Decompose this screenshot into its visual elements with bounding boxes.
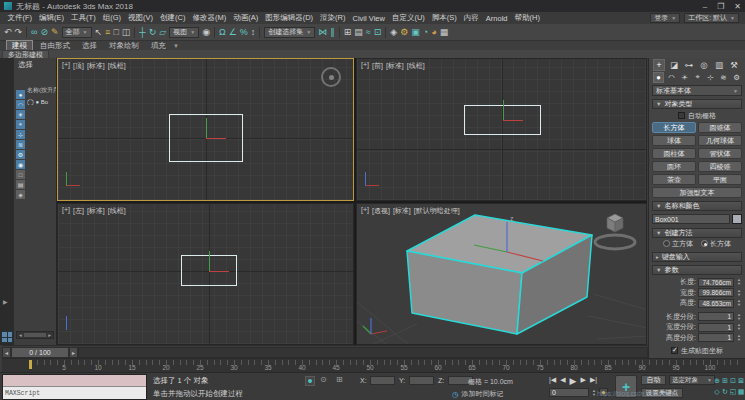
menu-graph-editors[interactable]: 图形编辑器(D) (262, 13, 317, 23)
next-frame-icon[interactable]: ▶ (581, 376, 586, 386)
box-button[interactable]: 长方体 (652, 122, 696, 133)
explorer-h-scrollbar[interactable]: ◂ ▸ (16, 331, 54, 339)
viewport-perspective[interactable]: [+] [透视] [标准] [默认明暗处理] (356, 203, 647, 345)
toggle-ribbon-icon[interactable]: ▤ (354, 28, 363, 37)
select-by-name-icon[interactable]: ≡ (105, 28, 110, 37)
y-coordinate-field[interactable] (409, 376, 434, 385)
menu-scripting[interactable]: 脚本(S) (428, 13, 460, 23)
menu-civil-view[interactable]: Civil View (349, 14, 388, 23)
scroll-right-icon[interactable]: ▸ (48, 332, 51, 338)
hierarchy-tab-icon[interactable]: ⊶ (683, 60, 695, 70)
rollout-creation-method[interactable]: ▼ 创建方法 (652, 228, 742, 238)
maxscript-listener-line[interactable]: MAXScript (3, 387, 146, 399)
window-layout-icon[interactable]: ▦ (440, 28, 449, 37)
cameras-category-icon[interactable]: ⌖ (692, 72, 703, 82)
length-segs-input[interactable]: 1 (698, 312, 734, 321)
textplus-button[interactable]: 加强型文本 (652, 187, 742, 198)
transform-typein-icon[interactable]: ⊞ (336, 375, 343, 384)
maximize-viewport-icon[interactable]: ◱ (729, 386, 737, 397)
rectangular-selection-region-icon[interactable]: □ (113, 28, 118, 37)
menu-customize[interactable]: 自定义(U) (388, 13, 428, 23)
box-geometry[interactable] (407, 215, 592, 334)
viewcube-icon[interactable] (595, 214, 635, 249)
teapot-button[interactable]: 茶壶 (652, 174, 696, 185)
filter-bones-icon[interactable]: ◉ (16, 160, 25, 169)
scrollbar-thumb[interactable] (24, 333, 46, 337)
viewport-top[interactable]: [+] [顶] [标准] [线框] (57, 58, 354, 201)
isolate-selection-icon[interactable] (305, 376, 315, 386)
spinner-icon[interactable]: ▲▼ (736, 299, 742, 308)
primitive-category-dropdown[interactable]: 标准基本体 ▼ (652, 85, 742, 96)
zoom-extents-icon[interactable]: ⊡ (729, 375, 737, 386)
window-crossing-icon[interactable]: ◫ (122, 28, 131, 37)
spinner-icon[interactable]: ▲▼ (736, 288, 742, 297)
filter-containers-icon[interactable]: □ (16, 170, 25, 179)
viewport-pov-label[interactable]: [透视] (372, 206, 390, 216)
generate-mapping-coords-checkbox[interactable] (671, 347, 678, 354)
filter-selection-icon[interactable]: ◈ (16, 190, 25, 199)
orbit-icon[interactable]: ↻ (721, 386, 729, 397)
viewport-menu-plus[interactable]: [+] (361, 61, 369, 71)
width-input[interactable]: 99.866cm (698, 288, 734, 297)
cone-button[interactable]: 圆锥体 (698, 122, 742, 133)
time-slider-handle[interactable]: 0 / 100 (11, 347, 69, 358)
current-frame-marker[interactable] (29, 360, 32, 369)
angle-snap-icon[interactable]: ∠ (229, 28, 237, 37)
render-production-icon[interactable]: ◕ (431, 28, 436, 37)
menu-tools[interactable]: 工具(T) (68, 13, 100, 23)
gizmo-x-axis[interactable] (209, 271, 229, 272)
motion-tab-icon[interactable]: ◎ (698, 60, 710, 70)
geometry-category-icon[interactable]: ● (653, 72, 664, 83)
spacewarps-category-icon[interactable]: ≋ (718, 73, 729, 82)
viewport-shading-label[interactable]: [线框] (108, 61, 126, 71)
helpers-category-icon[interactable]: ⊹ (705, 73, 716, 82)
spinner-icon[interactable]: ▲▼ (736, 312, 742, 321)
viewport-standard-label[interactable]: [标准] (393, 206, 411, 216)
viewport-front[interactable]: [+] [前] [标准] [线框] (356, 58, 647, 201)
maxscript-mini-listener[interactable]: MAXScript (2, 374, 147, 400)
cylinder-button[interactable]: 圆柱体 (652, 148, 696, 159)
object-color-swatch[interactable] (732, 214, 742, 224)
use-pivot-center-icon[interactable]: ◉ (202, 28, 210, 37)
set-keys-button[interactable]: + (615, 375, 637, 398)
next-frame-icon[interactable]: ▸ (69, 347, 78, 358)
key-mode-icon[interactable] (599, 388, 608, 397)
spinner-icon[interactable]: ▲▼ (591, 388, 597, 397)
material-editor-icon[interactable]: ◈ (390, 28, 397, 37)
ribbon-tab-object-paint[interactable]: 对象绘制 (104, 41, 144, 51)
curve-editor-icon[interactable]: ≈ (366, 28, 371, 37)
track-bar[interactable]: 5 10 15 20 25 30 35 40 45 50 55 60 65 70… (2, 358, 745, 372)
viewport-menu-plus[interactable]: [+] (62, 206, 70, 216)
rollout-name-color[interactable]: ▼ 名称和颜色 (652, 201, 742, 211)
menu-group[interactable]: 组(G) (99, 13, 124, 23)
utilities-tab-icon[interactable]: ⚒ (728, 60, 740, 70)
viewport-shading-label[interactable]: [默认明暗处理] (414, 206, 460, 216)
unlink-selection-icon[interactable]: ⊘ (41, 28, 49, 37)
gizmo-y-axis[interactable] (206, 118, 207, 138)
minimize-button[interactable]: – (703, 2, 707, 11)
pyramid-button[interactable]: 四棱锥 (698, 161, 742, 172)
named-selection-sets-dropdown[interactable]: 创建选择集 ▼ (264, 27, 315, 38)
viewport-standard-label[interactable]: [标准] (87, 61, 105, 71)
scroll-left-icon[interactable]: ◂ (19, 332, 22, 338)
previous-frame-icon[interactable]: ◂ (2, 347, 11, 358)
gizmo-y-axis[interactable] (209, 251, 210, 271)
spinner-icon[interactable]: ▲▼ (736, 278, 742, 287)
sphere-button[interactable]: 球体 (652, 135, 696, 146)
zoom-all-icon[interactable]: ⊞ (721, 375, 729, 386)
menu-edit[interactable]: 编辑(E) (36, 13, 68, 23)
layout-grid-icon[interactable]: ▦ (737, 386, 745, 397)
render-iterative-icon[interactable]: ◔ (423, 28, 428, 37)
selection-lock-icon[interactable]: ⊙ (320, 375, 327, 384)
viewport-menu-plus[interactable]: [+] (361, 206, 369, 216)
viewport-shading-label[interactable]: [线框] (108, 206, 126, 216)
filter-materials-icon[interactable]: ▤ (16, 180, 25, 189)
shapes-category-icon[interactable]: ◠ (666, 73, 677, 82)
filter-geometry-icon[interactable]: ● (16, 90, 25, 99)
gizmo-y-axis[interactable] (503, 100, 504, 120)
length-input[interactable]: 74.766cm (698, 278, 734, 287)
filter-shapes-icon[interactable]: ◠ (16, 100, 25, 109)
create-tab-icon[interactable]: + (653, 59, 665, 71)
render-setup-icon[interactable]: ⚙ (400, 28, 408, 37)
menu-arnold[interactable]: Arnold (482, 14, 511, 23)
